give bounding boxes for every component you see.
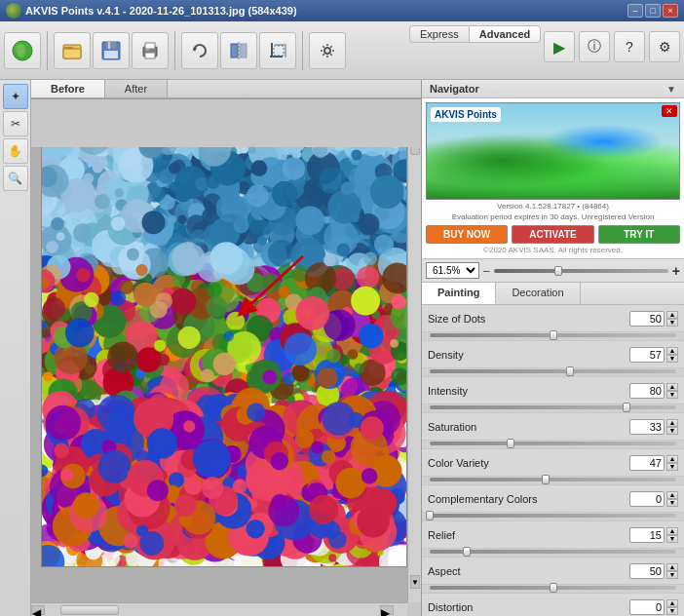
spin-down-1[interactable]: ▼ [666, 355, 678, 363]
preferences-button[interactable]: ⚙ [649, 31, 680, 62]
slider-thumb-3[interactable] [507, 439, 514, 448]
painting-tab[interactable]: Painting [422, 283, 496, 304]
spin-up-7[interactable]: ▲ [666, 563, 678, 571]
horizontal-scrollbar[interactable]: ◀ ▶ [31, 602, 407, 616]
spin-up-2[interactable]: ▲ [666, 383, 678, 391]
decoration-tab[interactable]: Decoration [496, 283, 580, 304]
slider-track-3[interactable] [430, 442, 676, 445]
activate-button[interactable]: ACTIVATE [512, 225, 593, 244]
slider-track-0[interactable] [430, 333, 676, 337]
spin-down-0[interactable]: ▼ [666, 319, 678, 327]
express-tab[interactable]: Express [409, 25, 469, 43]
slider-track-5[interactable] [430, 514, 676, 518]
slider-thumb-2[interactable] [623, 403, 630, 412]
param-value-8[interactable] [629, 599, 665, 615]
spin-down-8[interactable]: ▼ [666, 607, 678, 615]
rotate-left-button[interactable] [181, 32, 218, 69]
tool-crop[interactable]: ✂ [3, 111, 28, 136]
vertical-scrollbar[interactable]: ▲ ▼ [407, 98, 421, 602]
param-value-6[interactable] [629, 527, 665, 543]
slider-thumb-4[interactable] [542, 475, 550, 484]
scroll-down-btn[interactable]: ▼ [410, 575, 420, 589]
spin-down-7[interactable]: ▼ [666, 571, 678, 579]
spin-up-3[interactable]: ▲ [666, 419, 678, 427]
spin-down-6[interactable]: ▼ [666, 535, 678, 543]
settings-tb-button[interactable] [309, 32, 346, 69]
slider-track-7[interactable] [430, 586, 676, 590]
open-button[interactable] [54, 32, 91, 69]
spin-up-6[interactable]: ▲ [666, 527, 678, 535]
slider-thumb-7[interactable] [550, 583, 557, 593]
param-value-0[interactable] [629, 311, 665, 327]
slider-thumb-1[interactable] [566, 366, 574, 376]
try-button[interactable]: TRY IT [598, 225, 680, 244]
navigator-collapse-icon[interactable]: ▼ [666, 84, 676, 95]
window-controls: – □ × [627, 4, 678, 18]
after-tab[interactable]: After [105, 80, 168, 97]
save-icon [100, 40, 122, 61]
param-slider-row-1[interactable] [422, 368, 684, 377]
slider-track-2[interactable] [430, 405, 676, 409]
print-button[interactable] [132, 32, 169, 69]
param-label-0: Size of Dots [428, 313, 629, 325]
slider-track-1[interactable] [430, 369, 676, 373]
before-tab[interactable]: Before [31, 80, 105, 97]
zoom-slider-thumb[interactable] [554, 266, 562, 276]
slider-thumb-6[interactable] [463, 547, 471, 557]
param-slider-row-7[interactable] [422, 585, 684, 594]
spin-down-2[interactable]: ▼ [666, 391, 678, 399]
scroll-right-btn[interactable]: ▶ [380, 605, 394, 615]
navigator-section: Navigator ▼ AKVIS Points ✕ Version 4.1.5… [422, 80, 684, 283]
info-button[interactable]: ⓘ [579, 31, 610, 62]
param-value-3[interactable] [629, 419, 665, 435]
minimize-button[interactable]: – [627, 4, 643, 18]
canvas-viewport[interactable]: ◀ ▶ ▲ ▼ [31, 98, 421, 616]
tool-pointer[interactable]: ✦ [3, 84, 28, 109]
flip-button[interactable] [220, 32, 257, 69]
param-value-2[interactable] [629, 383, 665, 399]
save-button[interactable] [93, 32, 130, 69]
akvis-icon [12, 40, 33, 61]
zoom-minus-btn[interactable]: – [483, 264, 490, 278]
logo-button[interactable] [4, 32, 41, 69]
spin-up-8[interactable]: ▲ [666, 599, 678, 607]
spin-up-1[interactable]: ▲ [666, 347, 678, 355]
param-value-5[interactable] [629, 491, 665, 507]
maximize-button[interactable]: □ [645, 4, 661, 18]
slider-thumb-0[interactable] [550, 330, 557, 340]
crop-button[interactable] [259, 32, 296, 69]
param-spinner-8: ▲▼ [666, 599, 678, 615]
param-slider-row-4[interactable] [422, 477, 684, 485]
run-button[interactable]: ▶ [544, 31, 575, 62]
spin-up-4[interactable]: ▲ [666, 455, 678, 463]
slider-track-4[interactable] [430, 478, 676, 481]
spin-up-5[interactable]: ▲ [666, 491, 678, 499]
spin-down-5[interactable]: ▼ [666, 499, 678, 507]
scroll-left-btn[interactable]: ◀ [31, 605, 45, 615]
zoom-plus-btn[interactable]: + [672, 263, 680, 279]
slider-thumb-5[interactable] [426, 511, 434, 520]
tool-hand[interactable]: ✋ [3, 138, 28, 164]
help-button[interactable]: ? [614, 31, 645, 62]
param-value-1[interactable] [629, 347, 665, 363]
param-slider-row-5[interactable] [422, 513, 684, 521]
param-slider-row-0[interactable] [422, 332, 684, 341]
spin-down-4[interactable]: ▼ [666, 463, 678, 471]
spin-up-0[interactable]: ▲ [666, 311, 678, 319]
param-row-2: Intensity▲▼ [422, 377, 684, 404]
tool-zoom[interactable]: 🔍 [3, 166, 28, 191]
param-slider-row-6[interactable] [422, 549, 684, 558]
param-value-4[interactable] [629, 455, 665, 471]
scroll-thumb-h[interactable] [60, 605, 119, 615]
buy-button[interactable]: BUY NOW [426, 225, 508, 244]
advanced-tab[interactable]: Advanced [469, 25, 542, 43]
rotate-left-icon [189, 40, 210, 61]
param-slider-row-3[interactable] [422, 441, 684, 449]
spin-down-3[interactable]: ▼ [666, 427, 678, 435]
slider-track-6[interactable] [430, 550, 676, 554]
param-value-7[interactable] [629, 563, 665, 579]
zoom-select[interactable]: 61.5% 25% 50% 75% 100% [426, 262, 479, 279]
param-slider-row-2[interactable] [422, 404, 684, 413]
zoom-slider[interactable] [494, 269, 668, 273]
close-button[interactable]: × [663, 4, 678, 18]
